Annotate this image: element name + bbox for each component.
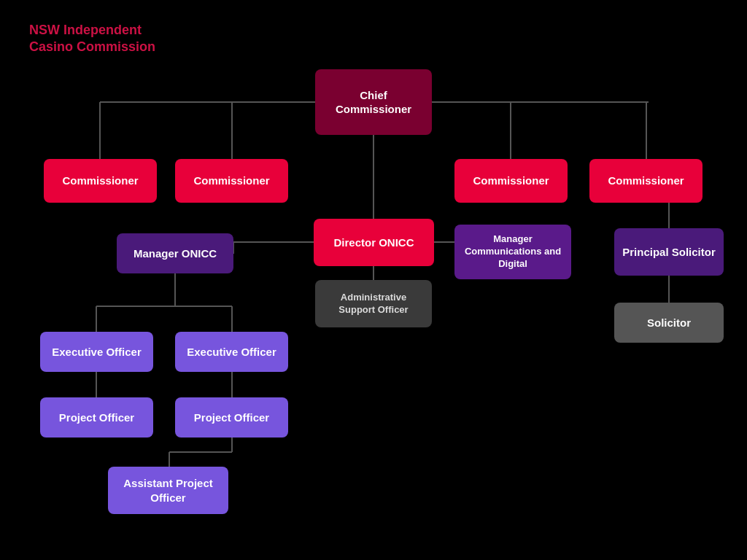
node-director-onicc: Director ONICC [314, 219, 434, 266]
logo-line1: NSW Independent [29, 23, 142, 37]
node-admin-support: Administrative Support Officer [315, 280, 432, 327]
node-project-officer-1: Project Officer [40, 397, 153, 438]
node-manager-communications: Manager Communications and Digital [454, 225, 571, 279]
node-project-officer-2: Project Officer [175, 397, 288, 438]
node-commissioner-3: Commissioner [454, 159, 568, 203]
node-assistant-project-officer: Assistant Project Officer [108, 467, 228, 514]
node-commissioner-1: Commissioner [44, 159, 157, 203]
node-commissioner-2: Commissioner [175, 159, 288, 203]
node-executive-officer-2: Executive Officer [175, 332, 288, 372]
node-executive-officer-1: Executive Officer [40, 332, 153, 372]
node-solicitor: Solicitor [614, 303, 724, 343]
node-manager-onicc: Manager ONICC [117, 233, 233, 273]
logo-line2: Casino Commission [29, 39, 155, 54]
node-chief-commissioner: Chief Commissioner [315, 69, 432, 135]
node-principal-solicitor: Principal Solicitor [614, 228, 724, 276]
node-commissioner-4: Commissioner [589, 159, 703, 203]
org-logo: NSW Independent Casino Commission [29, 22, 155, 56]
